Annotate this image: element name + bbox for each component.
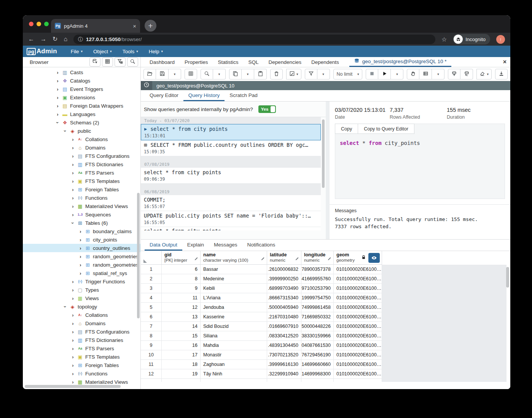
cell-name[interactable]: Mahdia: [201, 341, 267, 350]
download-button[interactable]: [495, 69, 508, 79]
row-number-cell[interactable]: 1: [141, 265, 162, 274]
chevron-collapsed-icon[interactable]: ›: [71, 195, 75, 200]
cell-name[interactable]: Bassar: [201, 265, 267, 274]
copy-button[interactable]: [229, 69, 242, 79]
tab-dashboard[interactable]: Dashboard: [145, 57, 180, 67]
cell-gid[interactable]: 8: [162, 274, 201, 284]
history-entry[interactable]: UPDATE public.city_points SET name = 'Fl…: [141, 211, 321, 227]
tree-item-fts-dictionaries[interactable]: ›▥FTS Dictionaries: [23, 160, 140, 168]
chevron-collapsed-icon[interactable]: ›: [71, 329, 75, 334]
stop-button[interactable]: [366, 69, 378, 79]
tree-item-sequences[interactable]: ›1..3Sequences: [23, 210, 140, 219]
tree-item-functions[interactable]: ›{≡}Functions: [23, 194, 140, 202]
tree-item-languages[interactable]: ›▬Languages: [23, 110, 140, 118]
query-tool-button[interactable]: [89, 57, 100, 67]
column-header-longitude[interactable]: longitudenumeric: [301, 251, 334, 264]
tree-item-schemas-2[interactable]: ›❖Schemas (2): [23, 118, 140, 127]
cell-name[interactable]: Siliana: [201, 331, 267, 341]
bookmark-star-icon[interactable]: ☆: [441, 36, 447, 43]
chevron-collapsed-icon[interactable]: ›: [71, 313, 75, 318]
commit-button[interactable]: [448, 69, 460, 79]
row-number-cell[interactable]: 2: [141, 274, 162, 284]
cell-name[interactable]: Kasserine: [201, 312, 267, 322]
tree-item-trigger-functions[interactable]: ›{≡}Trigger Functions: [23, 277, 140, 286]
tree-item-random-geometries[interactable]: ›⊞random_geometries: [23, 252, 140, 261]
find-options-button[interactable]: ▾: [213, 69, 226, 79]
chevron-collapsed-icon[interactable]: ›: [56, 78, 60, 83]
cell-gid[interactable]: 17: [162, 350, 201, 360]
cell-longitude[interactable]: 9.38330159966: [301, 331, 334, 341]
chevron-collapsed-icon[interactable]: ›: [71, 354, 75, 359]
cell-gid[interactable]: 16: [162, 341, 201, 350]
grid-corner-cell[interactable]: [141, 251, 162, 264]
tab-sql[interactable]: SQL: [244, 57, 264, 67]
cell-name[interactable]: Kebili: [201, 284, 267, 293]
tree-item-random-geometries[interactable]: ›⊞random_geometries: [23, 261, 140, 269]
chevron-collapsed-icon[interactable]: ›: [56, 70, 60, 75]
forward-icon[interactable]: →: [40, 36, 46, 42]
tree-item-collations[interactable]: ›A↓Collations: [23, 311, 140, 319]
tree-item-types[interactable]: ›▢Types: [23, 286, 140, 294]
tab-properties[interactable]: Properties: [180, 57, 213, 67]
tree-item-fts-dictionaries[interactable]: ›▥FTS Dictionaries: [23, 336, 140, 344]
rollback-button[interactable]: [460, 69, 473, 79]
internal-queries-toggle[interactable]: Yes: [258, 105, 276, 113]
edit-button[interactable]: ▾: [286, 69, 301, 79]
chevron-expanded-icon[interactable]: ›: [55, 121, 60, 125]
cell-latitude[interactable]: .73070213520: [267, 350, 301, 360]
tree-item-foreign-tables[interactable]: ›⊞Foreign Tables: [23, 185, 140, 194]
cell-longitude[interactable]: 8.74999861458: [301, 303, 334, 312]
filter-button[interactable]: [305, 69, 317, 79]
tree-item-country-outlines[interactable]: ›⊞country_outlines: [23, 244, 140, 252]
cell-longitude[interactable]: 0.78900357378: [301, 265, 334, 274]
find-button[interactable]: [201, 69, 213, 79]
chevron-collapsed-icon[interactable]: ›: [78, 271, 83, 276]
tree-item-extensions[interactable]: ›▣Extensions: [23, 93, 140, 102]
tree-item-views[interactable]: ›▦Views: [23, 294, 140, 302]
subtab-scratch-pad[interactable]: Scratch Pad: [225, 90, 263, 101]
tree-item-fts-parsers[interactable]: ›AaFTS Parsers: [23, 168, 140, 177]
chevron-collapsed-icon[interactable]: ›: [56, 87, 60, 92]
cell-latitude[interactable]: .68999703490: [267, 284, 301, 293]
output-tab-notifications[interactable]: Notifications: [242, 240, 280, 251]
tab-dependencies[interactable]: Dependencies: [264, 57, 306, 67]
cell-longitude[interactable]: 0.19999754750: [301, 293, 334, 303]
cell-gid[interactable]: 19: [162, 369, 201, 379]
cell-latitude[interactable]: .50000405940: [267, 303, 301, 312]
chevron-collapsed-icon[interactable]: ›: [71, 204, 75, 209]
execute-options-button[interactable]: ▾: [391, 69, 403, 79]
tree-item-boundary-claims[interactable]: ›⊞boundary_claims: [23, 227, 140, 235]
tree-item-collations[interactable]: ›A↓Collations: [23, 135, 140, 143]
history-scrollbar[interactable]: [322, 119, 325, 188]
cell-geom[interactable]: 0101000020E6100…: [334, 331, 382, 341]
tree-item-casts[interactable]: ›▥Casts: [23, 68, 140, 76]
cell-geom[interactable]: 0101000020E6100…: [334, 322, 382, 331]
chevron-collapsed-icon[interactable]: ›: [71, 288, 75, 292]
home-icon[interactable]: ⌂: [64, 36, 67, 42]
chevron-collapsed-icon[interactable]: ›: [56, 103, 60, 108]
menu-help[interactable]: Help▾: [149, 49, 163, 54]
row-number-cell[interactable]: 7: [141, 322, 162, 331]
cell-gid[interactable]: 14: [162, 322, 201, 331]
output-tab-explain[interactable]: Explain: [182, 240, 209, 251]
cell-geom[interactable]: 0101000020E6100…: [334, 274, 382, 284]
cell-gid[interactable]: 6: [162, 265, 201, 274]
chevron-expanded-icon[interactable]: ›: [63, 305, 68, 309]
cell-longitude[interactable]: 0.41669955760: [301, 274, 334, 284]
minimize-window-button[interactable]: [37, 22, 41, 26]
cell-longitude[interactable]: 9.50000448226: [301, 322, 334, 331]
row-limit-select[interactable]: No limit ▾: [333, 69, 363, 79]
chevron-collapsed-icon[interactable]: ›: [71, 162, 75, 167]
close-panel-icon[interactable]: ×: [503, 59, 507, 65]
tab-query-tool[interactable]: geo_test/postgres@PostgreSQL 10 *: [349, 57, 451, 67]
cell-gid[interactable]: 15: [162, 331, 201, 341]
cell-geom[interactable]: 0101000020E6100…: [334, 341, 382, 350]
chevron-collapsed-icon[interactable]: ›: [78, 262, 83, 267]
cell-name[interactable]: Sdid Bouzid: [201, 322, 267, 331]
chevron-collapsed-icon[interactable]: ›: [71, 170, 75, 175]
tree-item-fts-templates[interactable]: ›▣FTS Templates: [23, 177, 140, 185]
tree-item-foreign-tables[interactable]: ›⊞Foreign Tables: [23, 361, 140, 369]
tree-item-event-triggers[interactable]: ›▤Event Triggers: [23, 85, 140, 93]
execute-button[interactable]: [378, 69, 391, 79]
tab-statistics[interactable]: Statistics: [213, 57, 244, 67]
